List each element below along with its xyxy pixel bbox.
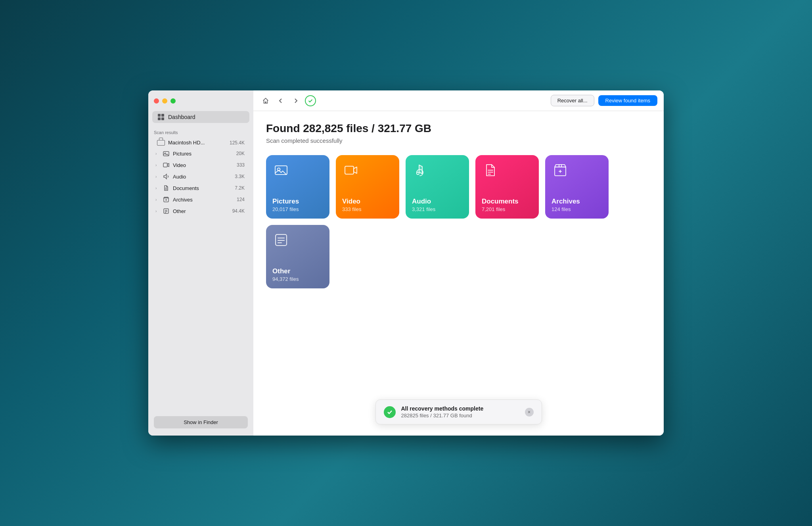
review-found-button[interactable]: Review found items: [598, 95, 657, 106]
card-archives-label: Archives: [552, 198, 602, 205]
card-documents-icon: [482, 161, 499, 179]
toolbar: Recover all... Review found items: [253, 90, 664, 111]
sidebar-items: Macintosh HD... 125.4K › Pictures 20K: [148, 137, 253, 411]
card-audio-info: Audio 3,321 files: [412, 198, 463, 212]
toolbar-left: [260, 95, 548, 107]
chevron-icon: ›: [155, 209, 161, 213]
sidebar-item-archives[interactable]: › Archives 124: [151, 194, 250, 205]
card-video-label: Video: [342, 198, 393, 205]
main-window: Dashboard Scan results Macintosh HD... 1…: [148, 90, 664, 436]
pictures-icon: [163, 150, 170, 157]
sidebar-archives-label: Archives: [173, 197, 237, 203]
recover-all-button[interactable]: Recover all...: [551, 95, 594, 106]
sidebar-pictures-count: 20K: [236, 151, 245, 156]
card-pictures-icon: [272, 161, 290, 179]
sidebar-item-pictures[interactable]: › Pictures 20K: [151, 148, 250, 159]
sidebar-audio-label: Audio: [173, 174, 235, 180]
minimize-button[interactable]: [162, 98, 167, 104]
card-video-count: 333 files: [342, 206, 393, 212]
card-other-icon: [272, 231, 290, 249]
toast-check-icon: [384, 406, 396, 418]
chevron-icon: ›: [155, 175, 161, 179]
found-title: Found 282,825 files / 321.77 GB: [266, 122, 651, 135]
sidebar-pictures-label: Pictures: [173, 151, 236, 157]
card-other[interactable]: Other 94,372 files: [266, 225, 329, 288]
sidebar-item-documents[interactable]: › Documents 7.2K: [151, 182, 250, 194]
card-audio-label: Audio: [412, 198, 463, 205]
chevron-icon: ›: [155, 163, 161, 167]
card-other-info: Other 94,372 files: [272, 267, 323, 282]
maximize-button[interactable]: [170, 98, 176, 104]
dashboard-label: Dashboard: [168, 114, 195, 120]
card-documents-label: Documents: [482, 198, 532, 205]
card-pictures[interactable]: Pictures 20,017 files: [266, 155, 329, 219]
card-audio-icon: [412, 161, 429, 179]
documents-icon: [163, 184, 170, 192]
hd-count: 125.4K: [230, 140, 245, 146]
sidebar: Dashboard Scan results Macintosh HD... 1…: [148, 90, 253, 436]
sidebar-archives-count: 124: [237, 197, 245, 202]
sidebar-documents-label: Documents: [173, 185, 235, 191]
svg-rect-2: [163, 163, 167, 167]
toast-title: All recovery methods complete: [401, 405, 519, 412]
chevron-icon: ›: [155, 198, 161, 202]
home-button[interactable]: [260, 95, 272, 107]
card-video-icon: [342, 161, 360, 179]
toast-close-button[interactable]: ×: [525, 408, 534, 417]
toolbar-right: Recover all... Review found items: [551, 95, 657, 106]
card-archives-info: Archives 124 files: [552, 198, 602, 212]
hd-name: Macintosh HD...: [168, 140, 230, 146]
card-pictures-label: Pictures: [272, 198, 323, 205]
back-button[interactable]: [275, 95, 287, 107]
chevron-icon: ›: [155, 186, 161, 190]
card-documents[interactable]: Documents 7,201 files: [475, 155, 539, 219]
forward-button[interactable]: [290, 95, 302, 107]
other-icon: [163, 207, 170, 215]
video-icon: [163, 161, 170, 169]
audio-icon: [163, 173, 170, 180]
dashboard-icon: [158, 114, 164, 120]
card-documents-count: 7,201 files: [482, 206, 532, 212]
sidebar-other-count: 94.4K: [232, 208, 245, 214]
close-button[interactable]: [154, 98, 159, 104]
dashboard-button[interactable]: Dashboard: [152, 111, 249, 123]
card-documents-info: Documents 7,201 files: [482, 198, 532, 212]
second-row: Other 94,372 files: [266, 225, 651, 288]
card-archives-count: 124 files: [552, 206, 602, 212]
sidebar-documents-count: 7.2K: [235, 185, 245, 191]
card-pictures-count: 20,017 files: [272, 206, 323, 212]
complete-indicator: [305, 95, 316, 106]
cards-grid: Pictures 20,017 files Video 333 file: [266, 155, 651, 219]
card-audio[interactable]: Audio 3,321 files: [406, 155, 469, 219]
scan-results-label: Scan results: [148, 126, 253, 137]
found-subtitle: Scan completed successfully: [266, 137, 651, 144]
hd-icon: [157, 140, 165, 146]
card-archives-icon: [552, 161, 569, 179]
card-other-count: 94,372 files: [272, 276, 323, 282]
content-area: Found 282,825 files / 321.77 GB Scan com…: [253, 111, 664, 436]
sidebar-item-audio[interactable]: › Audio 3.3K: [151, 171, 250, 182]
card-video[interactable]: Video 333 files: [336, 155, 399, 219]
main-content: Recover all... Review found items Found …: [253, 90, 664, 436]
chevron-icon: ›: [155, 152, 161, 156]
toast-subtitle: 282825 files / 321.77 GB found: [401, 413, 519, 418]
sidebar-video-count: 333: [237, 162, 245, 168]
sidebar-item-hd[interactable]: Macintosh HD... 125.4K: [151, 138, 250, 148]
sidebar-item-video[interactable]: › Video 333: [151, 159, 250, 171]
card-other-label: Other: [272, 267, 323, 275]
sidebar-other-label: Other: [173, 208, 232, 214]
show-in-finder-button[interactable]: Show in Finder: [154, 416, 248, 428]
toast-notification: All recovery methods complete 282825 fil…: [375, 399, 542, 424]
archives-icon: [163, 196, 170, 203]
card-video-info: Video 333 files: [342, 198, 393, 212]
card-audio-count: 3,321 files: [412, 206, 463, 212]
card-archives[interactable]: Archives 124 files: [545, 155, 609, 219]
sidebar-video-label: Video: [173, 162, 237, 168]
sidebar-audio-count: 3.3K: [235, 174, 245, 179]
titlebar: [148, 90, 253, 111]
toast-text: All recovery methods complete 282825 fil…: [401, 405, 519, 418]
svg-rect-14: [345, 166, 354, 174]
sidebar-item-other[interactable]: › Other 94.4K: [151, 205, 250, 217]
card-pictures-info: Pictures 20,017 files: [272, 198, 323, 212]
svg-point-15: [417, 172, 419, 175]
